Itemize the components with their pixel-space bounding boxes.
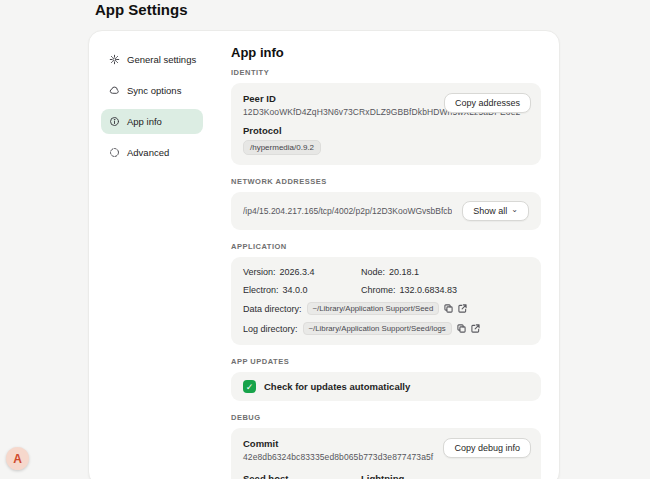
node-value: 20.18.1	[389, 267, 419, 277]
version-grid: Version:2026.3.4 Node:20.18.1 Electron:3…	[243, 267, 529, 295]
app-settings-page: App Settings General settings Sync optio…	[0, 0, 650, 479]
network-addresses-box: /ip4/15.204.217.165/tcp/4002/p2p/12D3Koo…	[231, 192, 541, 230]
section-label-app-updates: App updates	[231, 357, 541, 366]
chrome-label: Chrome:	[361, 285, 396, 295]
copy-icon[interactable]	[444, 304, 453, 313]
section-label-debug: Debug	[231, 413, 541, 422]
copy-icon[interactable]	[457, 324, 466, 333]
check-icon: ✓	[246, 382, 254, 392]
section-label-application: Application	[231, 242, 541, 251]
updates-checkbox[interactable]: ✓	[243, 380, 256, 393]
log-directory-path: ~/Library/Application Support/Seed/logs	[303, 322, 452, 335]
show-all-label: Show all	[473, 206, 507, 216]
settings-sidebar: General settings Sync options App info A…	[89, 31, 213, 479]
sidebar-item-advanced[interactable]: Advanced	[101, 140, 203, 165]
cloud-sync-icon	[109, 85, 120, 96]
sidebar-item-label: App info	[127, 116, 162, 127]
application-box: Version:2026.3.4 Node:20.18.1 Electron:3…	[231, 257, 541, 345]
copy-addresses-button[interactable]: Copy addresses	[444, 93, 531, 113]
data-directory-row: Data directory: ~/Library/Application Su…	[243, 302, 529, 315]
lightning-label: Lightning	[361, 473, 529, 479]
updates-checkbox-label: Check for updates automatically	[264, 381, 410, 392]
version-pair: Version:2026.3.4	[243, 267, 361, 277]
show-all-button[interactable]: Show all ⌄	[462, 201, 529, 221]
log-directory-label: Log directory:	[243, 324, 298, 334]
info-icon	[109, 116, 120, 127]
open-external-icon[interactable]	[458, 304, 467, 313]
protocol-label: Protocol	[243, 125, 529, 136]
panel-heading: App info	[231, 45, 541, 60]
section-label-network-addresses: Network addresses	[231, 177, 541, 186]
seed-host-label: Seed host	[243, 473, 361, 479]
advanced-icon	[109, 147, 120, 158]
log-directory-row: Log directory: ~/Library/Application Sup…	[243, 322, 529, 335]
sidebar-item-label: General settings	[127, 54, 196, 65]
chevron-down-icon: ⌄	[511, 206, 518, 214]
electron-value: 34.0.0	[283, 285, 308, 295]
open-external-icon[interactable]	[471, 324, 480, 333]
copy-debug-info-button[interactable]: Copy debug info	[443, 438, 531, 458]
chrome-pair: Chrome:132.0.6834.83	[361, 285, 529, 295]
gear-icon	[109, 54, 120, 65]
network-address: /ip4/15.204.217.165/tcp/4002/p2p/12D3Koo…	[243, 206, 452, 216]
section-label-identity: Identity	[231, 68, 541, 77]
debug-links-grid: Seed host https://host.seed.hyper.media …	[243, 473, 529, 479]
electron-pair: Electron:34.0.0	[243, 285, 361, 295]
settings-card: General settings Sync options App info A…	[88, 30, 560, 479]
sidebar-item-sync-options[interactable]: Sync options	[101, 78, 203, 103]
seed-host-group: Seed host https://host.seed.hyper.media	[243, 473, 361, 479]
node-label: Node:	[361, 267, 385, 277]
sidebar-item-general-settings[interactable]: General settings	[101, 47, 203, 72]
sidebar-item-app-info[interactable]: App info	[101, 109, 203, 134]
page-title: App Settings	[95, 1, 188, 18]
debug-box: Copy debug info Commit 42e8db6324bc83335…	[231, 428, 541, 479]
identity-box: Copy addresses Peer ID 12D3KooWKfD4ZqH3N…	[231, 83, 541, 165]
version-value: 2026.3.4	[280, 267, 315, 277]
protocol-chip: /hypermedia/0.9.2	[243, 140, 321, 155]
chrome-value: 132.0.6834.83	[400, 285, 458, 295]
app-badge[interactable]: A	[6, 447, 29, 470]
app-info-panel: App info Identity Copy addresses Peer ID…	[213, 31, 559, 479]
app-updates-box: ✓ Check for updates automatically	[231, 372, 541, 401]
version-label: Version:	[243, 267, 276, 277]
electron-label: Electron:	[243, 285, 279, 295]
sidebar-item-label: Advanced	[127, 147, 169, 158]
node-pair: Node:20.18.1	[361, 267, 529, 277]
data-directory-path: ~/Library/Application Support/Seed	[307, 302, 440, 315]
data-directory-label: Data directory:	[243, 304, 302, 314]
lightning-group: Lightning https://ln.seed.hyper.media	[361, 473, 529, 479]
sidebar-item-label: Sync options	[127, 85, 181, 96]
